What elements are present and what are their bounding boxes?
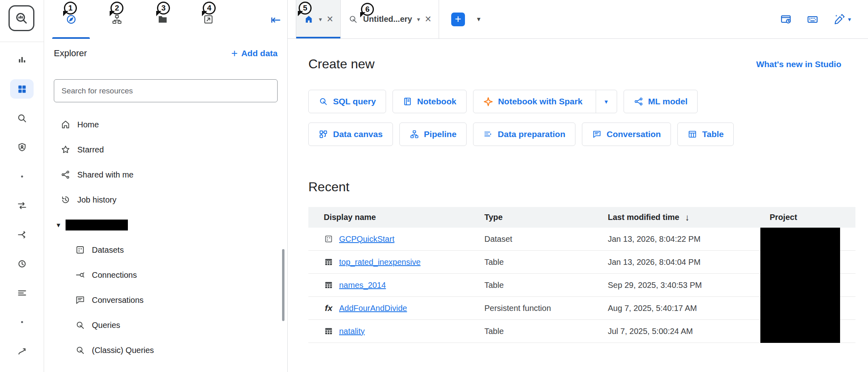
tree-item-datasets[interactable]: Datasets	[44, 237, 287, 262]
star-icon	[60, 144, 71, 155]
close-tab-icon[interactable]: ×	[425, 14, 431, 25]
rail-item-capacity[interactable]	[0, 278, 44, 307]
annotation-badge-1: 1	[64, 2, 77, 15]
button-label: Notebook with Spark	[498, 97, 583, 106]
explorer-scrollbar[interactable]	[282, 249, 284, 321]
chevron-down-icon: ▾	[605, 98, 608, 106]
row-type: Table	[484, 281, 608, 290]
tree-item-job-history[interactable]: Job history	[44, 187, 287, 212]
new-tab-button[interactable]: +	[451, 13, 465, 26]
rail-items	[0, 45, 44, 366]
function-icon: fx	[324, 303, 333, 313]
row-link[interactable]: AddFourAndDivide	[339, 304, 407, 313]
tree-item-queries[interactable]: Queries	[44, 313, 287, 338]
row-type: Persistent function	[484, 304, 608, 313]
annotation-badge-4: 4	[203, 2, 216, 15]
tree-item-connections[interactable]: Connections	[44, 262, 287, 287]
create-new-header: Create new What's new in Studio	[308, 57, 841, 72]
notebook-spark-caret[interactable]: ▾	[596, 90, 617, 113]
header-last-modified-label: Last modified time	[608, 213, 679, 222]
dataset-icon	[75, 245, 85, 255]
chevron-down-icon[interactable]: ▾	[848, 16, 851, 23]
tree-item-starred[interactable]: Starred	[44, 137, 287, 162]
notebook-button[interactable]: Notebook	[393, 90, 467, 113]
magnifier-logo-icon	[14, 11, 29, 25]
data-canvas-button[interactable]: Data canvas	[308, 123, 393, 146]
bar-chart-icon	[17, 55, 28, 66]
button-label: ML model	[648, 97, 688, 106]
grid-panes-icon	[17, 84, 28, 95]
history-clock-icon	[60, 194, 71, 205]
sql-query-button[interactable]: SQL query	[308, 90, 386, 113]
row-modified: Jul 7, 2025, 5:00:24 AM	[608, 327, 770, 336]
button-label: Table	[702, 129, 724, 139]
keyboard-shortcuts-button[interactable]	[806, 13, 819, 25]
ml-model-button[interactable]: ML model	[624, 90, 698, 113]
query-magnifier-icon	[318, 97, 328, 106]
notebook-with-spark-button[interactable]: Notebook with Spark ▾	[473, 90, 617, 113]
close-tab-icon[interactable]: ×	[327, 14, 333, 25]
create-buttons-row-2: Data canvas Pipeline Data preparation Co…	[308, 123, 734, 146]
row-modified: Jan 13, 2026, 8:04:04 PM	[608, 258, 770, 267]
table-button[interactable]: Table	[677, 123, 734, 146]
magic-pen-icon	[833, 13, 845, 25]
fork-arrows-icon	[17, 229, 28, 240]
main-area: ▾ × Untitled...ery ▾ × + ▾ ▾	[288, 0, 868, 372]
row-link[interactable]: top_rated_inexpensive	[339, 258, 420, 267]
rail-item-migration[interactable]	[0, 220, 44, 249]
console-schedule-button[interactable]	[780, 13, 792, 25]
row-modified: Sep 29, 2025, 3:40:53 PM	[608, 281, 770, 290]
transfer-arrows-icon	[17, 200, 28, 211]
chevron-down-icon[interactable]: ▼	[55, 222, 62, 228]
share-icon	[60, 169, 71, 180]
table-icon	[324, 257, 333, 267]
dataset-icon	[324, 234, 333, 244]
rail-item-workspace[interactable]	[0, 74, 44, 104]
rail-item-data-transfer[interactable]	[0, 191, 44, 220]
tree-item-label: Shared with me	[77, 170, 134, 180]
canvas-flow-icon	[318, 129, 328, 139]
row-modified: Jan 13, 2026, 8:04:22 PM	[608, 235, 770, 244]
tab-strip-actions: ▾	[780, 0, 868, 38]
tree-item-shared-with-me[interactable]: Shared with me	[44, 162, 287, 187]
curved-arrow-icon	[17, 346, 28, 357]
rail-item-separator-2	[0, 307, 44, 336]
tree-item-conversations[interactable]: Conversations	[44, 287, 287, 313]
pipeline-button[interactable]: Pipeline	[399, 123, 467, 146]
lines-icon	[17, 287, 28, 298]
collapse-panel-button[interactable]: ⇤	[271, 0, 281, 39]
explorer-header: Explorer + Add data	[54, 43, 278, 64]
row-link[interactable]: names_2014	[339, 281, 386, 290]
rail-item-scheduling[interactable]	[0, 249, 44, 278]
rail-item-analysis[interactable]	[0, 45, 44, 74]
button-label: Notebook	[417, 97, 456, 106]
tree-item-home[interactable]: Home	[44, 112, 287, 137]
tree-item-project[interactable]: ▼	[44, 212, 287, 237]
tree-item-classic-queries[interactable]: (Classic) Queries	[44, 338, 287, 363]
chevron-down-icon[interactable]: ▾	[417, 16, 420, 23]
new-tab-menu-caret-icon[interactable]: ▾	[477, 15, 481, 23]
conversation-button[interactable]: Conversation	[582, 123, 671, 146]
search-resources-box	[54, 79, 278, 102]
bigquery-logo[interactable]	[8, 5, 34, 31]
whats-new-link[interactable]: What's new in Studio	[756, 59, 841, 69]
chevron-down-icon[interactable]: ▾	[319, 16, 322, 23]
tree-item-label: (Classic) Queries	[92, 346, 154, 355]
search-resources-input[interactable]	[62, 87, 270, 95]
row-link[interactable]: GCPQuickStart	[339, 235, 395, 244]
data-preparation-button[interactable]: Data preparation	[473, 123, 575, 146]
rail-item-partner[interactable]	[0, 336, 44, 366]
table-grid-icon	[688, 129, 697, 139]
row-link[interactable]: natality	[339, 327, 365, 336]
gemini-assist-button[interactable]: ▾	[833, 13, 851, 25]
header-last-modified[interactable]: Last modified time ↓	[608, 212, 770, 223]
tab-untitled-query[interactable]: Untitled...ery ▾ ×	[341, 0, 439, 38]
rail-item-search[interactable]	[0, 104, 44, 133]
button-label: Data preparation	[498, 129, 565, 139]
row-type: Table	[484, 327, 608, 336]
tree-item-label: Conversations	[92, 296, 144, 305]
add-data-button[interactable]: + Add data	[231, 48, 278, 59]
notebook-spark-main[interactable]: Notebook with Spark	[473, 90, 591, 113]
sort-desc-icon[interactable]: ↓	[685, 212, 690, 223]
rail-item-governance[interactable]	[0, 133, 44, 162]
